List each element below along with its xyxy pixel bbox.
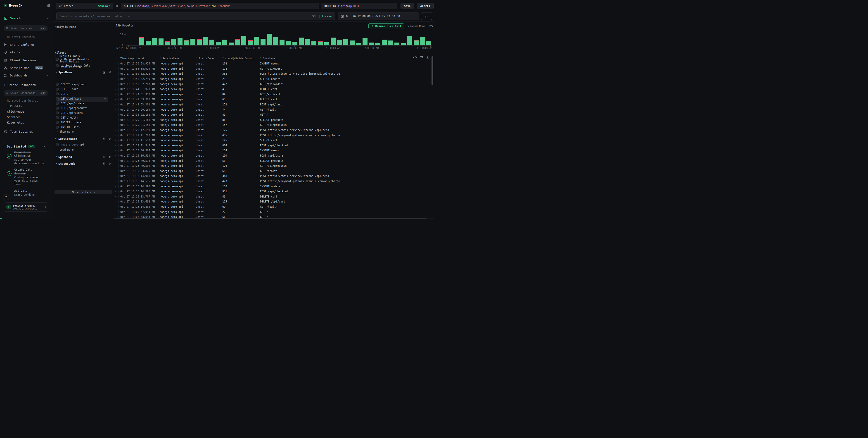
root-spans-only-toggle[interactable]: Root Spans Only	[56, 63, 90, 68]
checkbox[interactable]	[56, 121, 59, 124]
scrollbar-thumb[interactable]	[432, 56, 433, 85]
histogram-bar[interactable]	[388, 40, 393, 45]
chart-toggle-icon[interactable]	[103, 137, 105, 140]
table-row[interactable]: ›Oct 27 11:16:14.396 AMnodejs-demo-apiUn…	[113, 184, 431, 189]
expand-row-icon[interactable]: ›	[115, 122, 120, 127]
expand-row-icon[interactable]: ›	[115, 117, 120, 123]
collapse-sidebar-icon[interactable]	[46, 4, 50, 7]
expand-row-icon[interactable]: ›	[115, 143, 120, 148]
histogram-bar[interactable]	[280, 39, 284, 45]
chart-toggle-icon[interactable]	[103, 155, 105, 158]
more-filters-button[interactable]: More filters	[55, 190, 112, 194]
saved-searches-input[interactable]	[10, 27, 38, 30]
table-row[interactable]: ›Oct 27 11:25:06.553 AMnodejs-demo-apiUn…	[113, 153, 431, 158]
histogram-bar[interactable]	[350, 40, 355, 45]
histogram-bar[interactable]	[395, 42, 399, 45]
histogram-bar[interactable]	[343, 39, 348, 45]
download-icon[interactable]	[426, 56, 429, 59]
chevron-up-icon[interactable]	[47, 18, 49, 19]
filter-value-row[interactable]: GET /api/cart	[56, 96, 110, 101]
time-range-picker[interactable]: Oct 26 12:00:00 - Oct 27 12:00:00	[338, 12, 419, 20]
expand-row-icon[interactable]: ›	[115, 77, 120, 82]
checkbox[interactable]	[56, 88, 59, 90]
filter-value-row[interactable]: GET /api/users	[56, 110, 110, 115]
checkbox[interactable]	[56, 92, 59, 95]
table-row[interactable]: ›Oct 27 11:33:22.161 AMnodejs-demo-apiUn…	[113, 112, 431, 117]
table-row[interactable]: ›Oct 27 11:44:31.957 AMnodejs-demo-apiUn…	[113, 92, 431, 97]
expand-row-icon[interactable]: ›	[115, 138, 120, 143]
filter-section-servicename[interactable]: ServiceName	[55, 136, 111, 141]
expand-row-icon[interactable]: ›	[115, 199, 120, 204]
histogram-bar-error[interactable]	[267, 34, 272, 34]
histogram-bar[interactable]	[184, 40, 189, 45]
orderby-clause-input[interactable]: ORDER BY Timestamp DESC	[321, 3, 397, 9]
expand-row-icon[interactable]: ›	[115, 168, 120, 174]
histogram-bar[interactable]	[165, 42, 170, 45]
checkbox[interactable]	[56, 83, 59, 86]
checkbox[interactable]	[56, 97, 59, 100]
servicename-load-more[interactable]: Load more	[56, 147, 73, 152]
checkbox[interactable]	[56, 107, 59, 110]
preset-clickhouse[interactable]: ClickHouse	[7, 110, 24, 113]
saved-dashboards-input[interactable]	[10, 91, 38, 94]
histogram-bar-error[interactable]	[305, 39, 310, 39]
histogram-bar[interactable]	[260, 39, 266, 45]
expand-row-icon[interactable]: ›	[115, 66, 120, 71]
histogram-bar[interactable]	[152, 38, 157, 45]
histogram-bar[interactable]	[426, 41, 431, 45]
create-dashboard-button[interactable]: + Create Dashboard	[0, 82, 53, 88]
view-source-icon[interactable]: </>	[413, 56, 417, 59]
checkbox[interactable]	[56, 112, 59, 114]
expand-row-icon[interactable]: ›	[115, 148, 120, 153]
histogram-bar[interactable]	[363, 38, 368, 45]
spanname-show-more[interactable]: Show more	[56, 129, 73, 134]
chart-toggle-icon[interactable]	[103, 71, 105, 74]
drag-handle-icon[interactable]: ⠿	[260, 57, 262, 59]
table-row[interactable]: ›Oct 27 11:44:31.970 AMnodejs-demo-apiUn…	[113, 87, 431, 92]
filter-value-row[interactable]: GET /health	[56, 115, 110, 120]
histogram-bar[interactable]	[324, 42, 329, 45]
table-row[interactable]: ›Oct 27 11:25:06.564 AMnodejs-demo-apiUn…	[113, 148, 431, 153]
histogram-bar-error[interactable]	[203, 37, 208, 37]
get-started-step[interactable]: Create Data Sources Configure where your…	[6, 168, 45, 186]
pin-icon[interactable]	[108, 162, 111, 165]
table-row[interactable]: ›Oct 27 11:16:14.383 AMnodejs-demo-apiUn…	[113, 189, 431, 194]
table-row[interactable]: ›Oct 27 11:29:11.553 AMnodejs-demo-apiUn…	[113, 138, 431, 143]
table-row[interactable]: ›Oct 27 11:23:49.502 AMnodejs-demo-apiUn…	[113, 163, 431, 169]
horizontal-scrollbar[interactable]	[113, 217, 434, 219]
filter-section-spanname[interactable]: SpanName	[55, 70, 111, 75]
preset-kubernetes[interactable]: Kubernetes	[7, 121, 24, 124]
histogram-bar-error[interactable]	[139, 37, 144, 38]
filter-value-row[interactable]: GET /	[56, 91, 110, 96]
histogram-bar[interactable]	[420, 37, 425, 45]
table-row[interactable]: ›Oct 27 11:53:58.920 AMnodejs-demo-apiUn…	[113, 66, 431, 71]
filter-value-row[interactable]: GET /api/orders	[56, 101, 110, 106]
sql-toggle[interactable]: SQL	[312, 15, 317, 18]
filter-value-row[interactable]: DELETE /api/cart	[56, 82, 110, 87]
expand-row-icon[interactable]: ›	[115, 163, 120, 169]
sidebar-item-service-map[interactable]: Service Map BETA	[0, 64, 53, 71]
histogram-bar[interactable]	[311, 41, 316, 45]
sidebar-item-search[interactable]: Search	[0, 14, 53, 22]
chevron-up-icon[interactable]	[43, 146, 45, 148]
source-settings-gear-icon[interactable]	[115, 4, 119, 8]
expand-row-icon[interactable]: ›	[115, 102, 120, 107]
sidebar-item-chart-explorer[interactable]: Chart Explorer	[0, 41, 53, 48]
denoise-results-toggle[interactable]: ◑ Denoise Results	[56, 57, 89, 62]
select-clause-input[interactable]: SELECT Timestamp,ServiceName,StatusCode,…	[121, 3, 319, 9]
histogram-bar[interactable]	[222, 39, 227, 45]
histogram-bar[interactable]	[210, 39, 214, 45]
table-row[interactable]: ›Oct 27 11:15:03.698 AMnodejs-demo-apiUn…	[113, 199, 431, 204]
column-header-duration[interactable]: ⠿round(divide(Durat…	[222, 57, 260, 60]
histogram-bar[interactable]	[369, 42, 374, 45]
histogram-bar[interactable]	[331, 37, 336, 45]
histogram-bar[interactable]	[254, 37, 259, 45]
presets-header[interactable]: PRESETS	[7, 105, 22, 108]
histogram-bar-error[interactable]	[241, 36, 246, 36]
expand-row-icon[interactable]: ›	[115, 71, 120, 77]
histogram-bar[interactable]	[382, 40, 387, 45]
histogram-bar[interactable]	[178, 38, 183, 45]
histogram-bar[interactable]	[414, 40, 418, 45]
text-wrap-icon[interactable]	[420, 56, 423, 59]
expand-row-icon[interactable]: ›	[115, 153, 120, 158]
